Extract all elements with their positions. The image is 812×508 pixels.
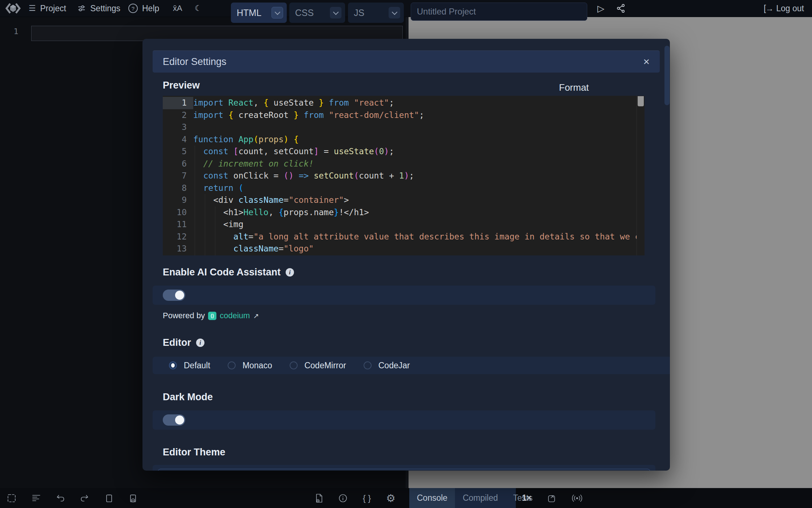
info-circle-icon[interactable] [336,488,350,508]
powered-by-label: Powered by [163,311,205,320]
file-code-icon[interactable] [312,488,326,508]
undo-icon[interactable] [53,488,68,508]
menu-settings-label: Settings [90,4,120,13]
clipboard-paste-icon[interactable] [126,488,140,508]
code-line: 9 <div className="container"> [163,194,645,206]
code-line: 2import { createRoot } from "react-dom/c… [163,109,645,122]
editor-theme-heading: Editor Theme [163,447,225,458]
code-line: 6 // increment on click! [163,158,645,170]
radio-circle [228,361,236,369]
chevron-down-icon[interactable] [330,7,341,19]
toggle-thumb [175,415,184,425]
redo-icon[interactable] [77,488,92,508]
code-line: 10 <h1>Hello, {props.name}!</h1> [163,206,645,219]
dark-mode-row [153,410,655,430]
gear-icon[interactable]: ⚙ [384,488,398,508]
chevron-down-icon[interactable] [272,7,283,19]
modal-scrollbar-thumb[interactable] [664,46,670,105]
preview-code-lines: 1import React, { useState } from "react"… [163,97,645,255]
indent-guide [215,206,215,255]
tab-console[interactable]: Console [409,488,455,508]
powered-by: Powered by {} codeium ↗ [163,311,259,320]
code-cube-logo-icon [5,1,21,15]
moon-icon: ☾ [195,4,202,13]
radio-codemirror[interactable]: CodeMirror [290,361,346,370]
project-name-input[interactable] [411,3,587,21]
editor-line-number: 1 [9,27,23,36]
app-screen: ☰ Project Settings ? Help x̄A ☾ HTML CSS [0,0,812,508]
format-button[interactable]: Format [559,82,589,93]
preview-code-editor[interactable]: 1import React, { useState } from "react"… [163,96,645,255]
radio-circle [169,361,177,369]
radio-codejar[interactable]: CodeJar [364,361,410,370]
open-preview-icon[interactable] [545,488,559,508]
radio-monaco[interactable]: Monaco [228,361,272,370]
align-left-icon[interactable] [29,488,44,508]
code-line: 3 [163,121,645,134]
menu-project[interactable]: ☰ Project [29,0,66,17]
dark-mode-button[interactable]: ☾ [195,0,202,17]
selection-icon[interactable] [4,488,19,508]
ai-assistant-toggle[interactable] [163,290,185,301]
clipboard-icon[interactable] [102,488,116,508]
preview-heading: Preview [163,80,200,91]
code-line: 13 className="logo" [163,243,645,255]
ai-assistant-row [153,286,655,305]
editor-choice-row: Default Monaco CodeMirror CodeJar [153,357,670,374]
logout-label: Log out [776,4,804,13]
code-line: 5 const [count, setCount] = useState(0); [163,146,645,158]
editor-theme-select[interactable] [158,469,650,471]
logout-icon: [→ [764,4,773,13]
code-line: 12 alt="a long alt attribute value that … [163,231,645,243]
code-line: 7 const onClick = () => setCount(count +… [163,170,645,182]
code-scrollbar-thumb[interactable] [638,96,644,106]
indent-guide [195,146,195,255]
chevron-down-icon[interactable] [389,7,400,19]
info-icon[interactable]: i [286,268,294,276]
editor-theme-row [153,465,655,471]
dark-mode-toggle[interactable] [163,414,185,426]
code-line: 1import React, { useState } from "react"… [163,97,645,109]
run-icon: ▷ [597,3,604,14]
external-link-icon[interactable]: ↗ [253,312,259,320]
select-css-panel[interactable]: CSS [289,3,345,23]
zoom-level-button[interactable]: 1× [522,488,531,508]
radio-default[interactable]: Default [169,361,210,370]
close-icon[interactable]: × [643,56,650,67]
code-scrollbar-track[interactable] [637,96,645,255]
menu-help-label: Help [142,4,159,13]
tab-compiled[interactable]: Compiled [455,488,505,508]
select-css-label: CSS [295,8,314,18]
help-icon: ? [128,4,138,13]
dark-mode-heading: Dark Mode [163,392,213,403]
broadcast-icon[interactable] [570,488,584,508]
run-button[interactable]: ▷ [597,0,604,17]
editor-settings-modal: Editor Settings × Preview Format 1import… [142,39,670,471]
top-bar: ☰ Project Settings ? Help x̄A ☾ HTML CSS [0,0,812,17]
hamburger-icon: ☰ [29,4,36,13]
select-html-panel[interactable]: HTML [231,3,287,23]
share-button[interactable] [617,0,625,17]
ai-assistant-heading: Enable AI Code Assistant i [163,267,294,278]
select-js-panel[interactable]: JS [348,3,404,23]
logout-button[interactable]: [→ Log out [764,0,804,17]
menu-project-label: Project [40,4,66,13]
codeium-link[interactable]: codeium [220,311,250,320]
radio-circle [290,361,298,369]
braces-icon[interactable]: { } [360,488,374,508]
info-icon[interactable]: i [196,339,204,347]
codeium-icon: {} [208,312,216,320]
translate-button[interactable]: x̄A [173,0,182,17]
output-tabs: Console Compiled Tests [409,488,516,508]
share-icon [617,4,625,13]
editor-choice-heading: Editor i [163,337,204,348]
sliders-icon [77,4,86,13]
modal-title: Editor Settings [163,56,227,67]
app-logo[interactable] [5,2,21,15]
modal-header: Editor Settings × [153,50,660,73]
code-line: 4function App(props) { [163,134,645,146]
translate-icon: x̄A [173,4,182,13]
menu-help[interactable]: ? Help [128,0,159,17]
menu-settings[interactable]: Settings [77,0,120,17]
code-line: 11 <img [163,218,645,231]
